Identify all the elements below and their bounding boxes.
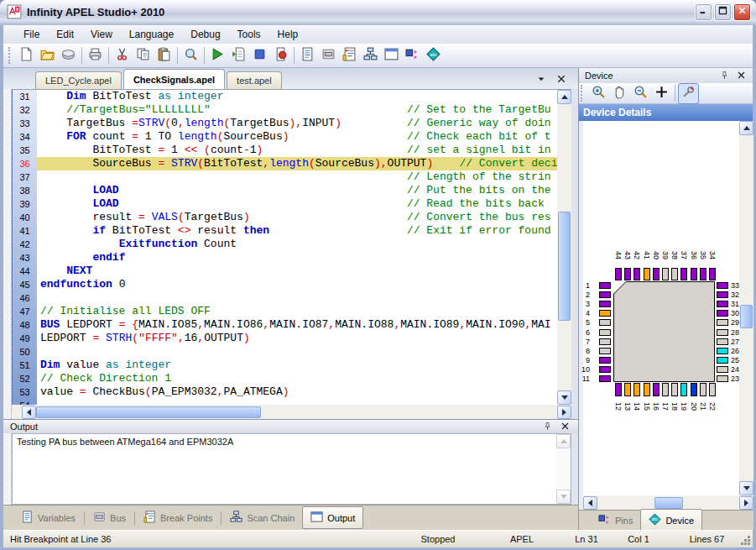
line-number-51[interactable]: 51: [13, 359, 37, 372]
chip-pin-28[interactable]: [717, 329, 728, 336]
add-button[interactable]: [651, 83, 672, 104]
chip-pin-18[interactable]: [671, 383, 678, 396]
chip-pin-40[interactable]: [653, 268, 660, 280]
code-editor[interactable]: 3132333435363738394041424344454647484950…: [12, 89, 571, 405]
find-button[interactable]: [180, 45, 201, 66]
chip-pin-2[interactable]: [599, 291, 611, 298]
chip-pin-3[interactable]: [599, 301, 611, 307]
chip-pin-19[interactable]: [680, 383, 687, 396]
chip-pin-10[interactable]: [599, 366, 611, 373]
run-button[interactable]: [207, 45, 228, 66]
scan-chain-button[interactable]: [360, 45, 381, 66]
device-vscroll-thumb[interactable]: [740, 305, 753, 328]
line-number-50[interactable]: 50: [13, 345, 37, 359]
tab-list-dropdown-icon[interactable]: [536, 72, 546, 87]
line-number-31[interactable]: 31: [13, 90, 37, 103]
line-number-47[interactable]: 47: [13, 305, 37, 318]
line-number-44[interactable]: 44: [13, 265, 37, 278]
paste-button[interactable]: [154, 45, 175, 66]
chip-pin-41[interactable]: [644, 268, 650, 280]
chip-pin-35[interactable]: [700, 268, 706, 280]
output-vscrollbar[interactable]: [556, 434, 571, 504]
tab-bus[interactable]: Bus: [86, 507, 133, 528]
chip-pin-43[interactable]: [624, 268, 631, 280]
line-number-35[interactable]: 35: [13, 144, 37, 157]
chip-pin-7[interactable]: [599, 338, 611, 345]
line-number-45[interactable]: 45: [13, 278, 37, 291]
chip-pin-33[interactable]: [717, 282, 728, 289]
chip-pin-16[interactable]: [653, 383, 660, 396]
pan-button[interactable]: [609, 83, 630, 104]
output-scroll-up-button[interactable]: [556, 434, 571, 448]
tab-close-icon[interactable]: [556, 72, 566, 87]
line-number-53[interactable]: 53: [13, 385, 37, 399]
device-scroll-down-button[interactable]: [739, 481, 753, 495]
resize-grip[interactable]: [748, 542, 750, 545]
chip-pin-26[interactable]: [717, 348, 728, 354]
chip-pin-31[interactable]: [717, 301, 728, 307]
chip-pin-14[interactable]: [633, 383, 640, 396]
device-scroll-right-button[interactable]: [739, 496, 753, 510]
scroll-up-button[interactable]: [557, 90, 571, 104]
line-number-36[interactable]: 36: [13, 157, 37, 170]
output-close-icon[interactable]: [560, 422, 570, 432]
output-window-button[interactable]: [381, 45, 402, 66]
line-number-52[interactable]: 52: [13, 372, 37, 385]
device-vscrollbar[interactable]: [739, 121, 753, 495]
chip-pin-24[interactable]: [717, 366, 728, 373]
line-number-54[interactable]: 54: [13, 399, 37, 405]
minimize-button[interactable]: [695, 3, 712, 21]
line-number-46[interactable]: 46: [13, 291, 37, 305]
line-number-40[interactable]: 40: [13, 211, 37, 224]
zoom-out-button[interactable]: [630, 83, 651, 104]
scroll-right-button[interactable]: [557, 406, 571, 419]
chip-pin-23[interactable]: [717, 375, 728, 382]
chip-pin-42[interactable]: [633, 268, 640, 280]
chip-pin-1[interactable]: [599, 282, 611, 289]
editor-hscrollbar[interactable]: [12, 405, 571, 419]
menu-item-file[interactable]: File: [15, 26, 48, 43]
editor-gutter[interactable]: 3132333435363738394041424344454647484950…: [12, 90, 37, 405]
title-bar[interactable]: Infinity APEL Studio+ 2010: [0, 0, 756, 25]
menu-item-view[interactable]: View: [82, 26, 121, 43]
chip-pin-29[interactable]: [717, 319, 728, 326]
chip-pin-20[interactable]: [691, 383, 697, 396]
line-number-43[interactable]: 43: [13, 251, 37, 265]
chip-pin-32[interactable]: [717, 291, 728, 298]
editor-hscroll-thumb[interactable]: [36, 406, 261, 418]
chip-pin-30[interactable]: [717, 310, 728, 317]
doc-tab-test.apel[interactable]: test.apel: [227, 71, 282, 89]
scroll-down-button[interactable]: [557, 390, 571, 405]
line-number-34[interactable]: 34: [13, 130, 37, 144]
device-panel-header[interactable]: Device: [579, 68, 753, 83]
chip-pin-4[interactable]: [599, 310, 611, 317]
menu-item-debug[interactable]: Debug: [182, 26, 228, 43]
chip-pin-13[interactable]: [624, 383, 631, 396]
doc-tab-LED_Cycle.apel[interactable]: LED_Cycle.apel: [35, 71, 122, 89]
chip-pin-9[interactable]: [599, 357, 611, 364]
line-number-37[interactable]: 37: [13, 170, 37, 184]
device-button[interactable]: abc: [423, 45, 444, 66]
pins-button[interactable]: [402, 45, 423, 66]
tab-break-points[interactable]: Break Points: [136, 507, 220, 528]
chip-pin-39[interactable]: [662, 268, 669, 280]
output-scroll-down-button[interactable]: [556, 490, 571, 504]
editor-vscrollbar[interactable]: [557, 90, 571, 405]
new-file-button[interactable]: [16, 45, 37, 66]
probe-button[interactable]: [678, 83, 699, 104]
tab-scan-chain[interactable]: Scan Chain: [222, 507, 302, 528]
menu-item-help[interactable]: Help: [269, 26, 307, 43]
device-scroll-left-button[interactable]: [583, 496, 597, 510]
chip-pin-17[interactable]: [662, 383, 669, 396]
breakpoint-button[interactable]: [270, 45, 291, 66]
device-hscroll-thumb[interactable]: [654, 497, 683, 509]
line-number-32[interactable]: 32: [13, 103, 37, 117]
chip-pin-27[interactable]: [717, 338, 728, 345]
stop-button[interactable]: [249, 45, 270, 66]
line-number-33[interactable]: 33: [13, 117, 37, 130]
open-folder-button[interactable]: [37, 45, 58, 66]
line-number-48[interactable]: 48: [13, 318, 37, 332]
line-number-49[interactable]: 49: [13, 332, 37, 345]
chip-pin-6[interactable]: [599, 329, 611, 336]
device-hscrollbar[interactable]: [583, 495, 753, 510]
